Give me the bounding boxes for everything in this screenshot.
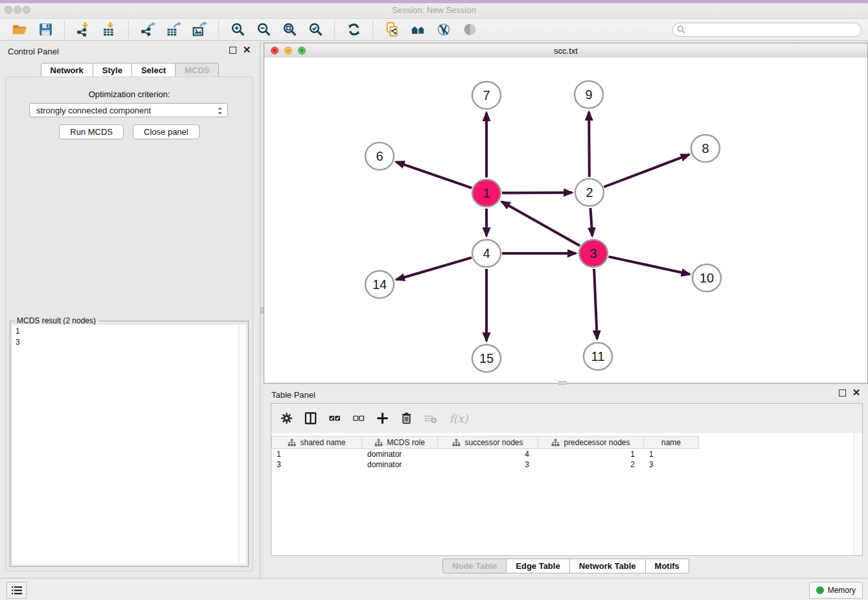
toolbar-separator [334,21,335,38]
search-icon [677,25,685,34]
save-session-button[interactable] [32,20,58,40]
column-header[interactable]: predecessor nodes [538,436,644,449]
table-scrollbar[interactable] [854,433,862,555]
close-panel-button[interactable]: Close panel [133,124,200,139]
deselect-all-columns-button[interactable] [348,409,368,428]
search-input[interactable] [672,23,862,37]
tab-style[interactable]: Style [93,63,132,78]
table-panel: Table Panel ✕ f(x) shared nameMCDS roles… [264,385,868,578]
control-panel-title: Control Panel [8,47,59,56]
zoom-selected-button[interactable] [303,20,328,40]
tab-network[interactable]: Network [41,63,93,78]
network-canvas[interactable]: 7968124314101511 [264,58,867,383]
columns-icon [303,411,318,426]
node-table-box: f(x) shared nameMCDS rolesuccessor nodes… [271,403,863,556]
plus-icon [375,411,390,426]
import-network-button[interactable] [71,20,97,40]
delete-columns-button[interactable] [396,409,416,428]
attribute-icon [288,439,296,446]
tab-motifs[interactable]: Motifs [646,559,689,573]
zoom-out-button[interactable] [251,20,277,40]
table-row[interactable]: 1dominator411 [271,449,854,459]
select-all-columns-button[interactable] [325,409,344,428]
graphics-details-button[interactable] [457,20,483,40]
column-header[interactable]: shared name [271,436,362,449]
mcds-result-area[interactable]: 1 3 [12,325,246,564]
graph-node-1[interactable]: 1 [472,179,501,207]
graph-node-9[interactable]: 9 [575,81,603,108]
graph-node-2[interactable]: 2 [575,179,604,206]
network-titlebar: × – + scc.txt [264,43,867,58]
graph-node-4[interactable]: 4 [472,240,501,267]
run-mcds-button[interactable]: Run MCDS [59,124,124,139]
graph-node-10[interactable]: 10 [692,264,721,292]
network-from-selection-button[interactable] [379,20,405,40]
show-columns-button[interactable] [301,409,320,428]
graph-node-15[interactable]: 15 [472,345,501,372]
column-header[interactable]: successor nodes [438,436,538,449]
tab-mcds[interactable]: MCDS [176,63,219,78]
status-bar: Memory [0,578,868,600]
float-panel-icon[interactable] [229,47,236,54]
zoom-fit-button[interactable] [277,20,303,40]
main-toolbar [0,19,868,41]
open-file-button[interactable] [6,20,32,40]
table-settings-button[interactable] [277,409,296,428]
control-panel-tabs: Network Style Select MCDS [0,63,260,78]
column-header[interactable]: name [644,436,699,449]
apply-layout-button[interactable] [341,20,367,40]
export-network-button[interactable] [135,20,161,40]
svg-text:9: 9 [585,87,592,102]
show-panels-button[interactable] [6,582,27,599]
table-row[interactable]: 3dominator323 [271,459,854,470]
graph-node-3[interactable]: 3 [579,240,608,267]
network-svg[interactable]: 7968124314101511 [264,58,867,383]
node-table-header: shared nameMCDS rolesuccessor nodesprede… [271,436,854,449]
delete-table-button[interactable] [420,409,440,428]
svg-text:7: 7 [483,88,490,102]
tab-edge-table[interactable]: Edge Table [507,559,569,573]
tab-network-table[interactable]: Network Table [570,559,646,573]
vizmapper-button[interactable] [431,20,457,40]
open-folder-icon [12,21,28,38]
fx-icon: f(x) [449,412,468,425]
criterion-select[interactable]: strongly connected component [29,103,228,117]
memory-status-icon [816,586,824,594]
graph-node-8[interactable]: 8 [691,135,720,162]
first-neighbors-button[interactable] [405,20,431,40]
svg-text:4: 4 [483,246,490,260]
node-table-body[interactable]: 1dominator4113dominator323 [271,449,854,555]
network-window: × – + scc.txt 7968124314101511 [264,43,868,384]
float-table-panel-icon[interactable] [839,389,846,397]
import-table-button[interactable] [97,20,122,40]
list-icon [11,585,23,595]
zoom-in-button[interactable] [225,20,251,40]
optimization-criterion-label: Optimization criterion: [6,89,253,99]
toolbar-separator [64,21,65,38]
duplicate-network-icon [384,21,400,38]
gear-icon [279,411,294,426]
graph-node-14[interactable]: 14 [365,271,394,298]
eye-icon [462,21,478,38]
tab-node-table[interactable]: Node Table [442,559,507,573]
function-builder-button[interactable]: f(x) [444,409,473,428]
export-table-button[interactable] [161,20,187,40]
export-image-icon [192,21,208,38]
graph-node-7[interactable]: 7 [472,82,501,109]
tab-select[interactable]: Select [132,63,176,78]
add-column-button[interactable] [372,409,392,428]
memory-button[interactable]: Memory [809,582,863,599]
result-scrollbar[interactable] [238,325,246,564]
svg-text:2: 2 [586,185,593,200]
export-image-button[interactable] [187,20,212,40]
header-filler [699,436,854,449]
graph-node-6[interactable]: 6 [365,143,394,170]
close-table-panel-icon[interactable]: ✕ [851,387,862,398]
graph-node-11[interactable]: 11 [584,343,612,370]
table-tabs: Node Table Edge Table Network Table Moti… [264,559,868,574]
main-titlebar: Session: New Session [0,0,868,19]
close-panel-icon[interactable]: ✕ [242,44,252,56]
column-header[interactable]: MCDS role [362,436,438,449]
import-table-icon [102,21,118,38]
mcds-result-groupbox: MCDS result (2 nodes) 1 3 [10,321,249,567]
